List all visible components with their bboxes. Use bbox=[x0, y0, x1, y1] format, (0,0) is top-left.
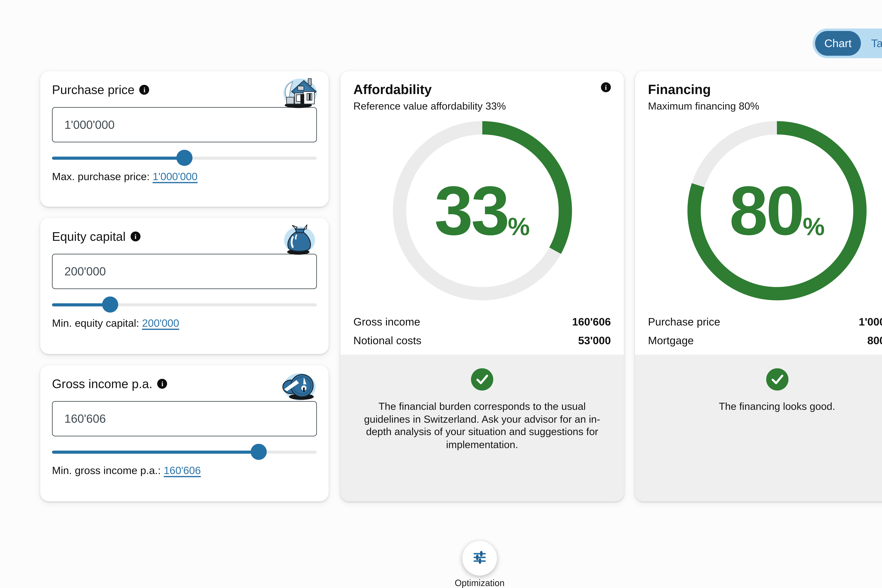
financing-percent-value: 80 bbox=[729, 176, 802, 245]
money-bag-icon bbox=[279, 224, 319, 257]
hint-label: Min. gross income p.a.: bbox=[52, 465, 161, 477]
mortgage-calculator-app: Chart Table Purchase price i bbox=[0, 0, 882, 588]
check-icon bbox=[766, 368, 788, 393]
financing-card: Financing Maximum financing 80% i 80 % bbox=[635, 71, 882, 501]
max-purchase-price-link[interactable]: 1'000'000 bbox=[153, 171, 198, 183]
row-label: Purchase price bbox=[648, 316, 720, 328]
optimization-button[interactable] bbox=[462, 541, 497, 576]
toggle-option-chart[interactable]: Chart bbox=[815, 31, 861, 56]
equity-capital-title: Equity capital bbox=[52, 230, 126, 244]
purchase-price-slider[interactable] bbox=[52, 150, 317, 166]
financing-subtitle: Maximum financing 80% bbox=[648, 100, 759, 112]
financing-gauge: 80 % bbox=[687, 121, 867, 301]
affordability-percent-value: 33 bbox=[435, 176, 508, 245]
affordability-title: Affordability bbox=[353, 82, 506, 98]
row-label: Notional costs bbox=[353, 334, 422, 347]
affordability-gauge: 33 % bbox=[392, 121, 572, 301]
equity-capital-input[interactable] bbox=[52, 254, 317, 289]
gross-income-row: Gross income 160'606 bbox=[353, 316, 611, 328]
row-label: Gross income bbox=[353, 316, 420, 328]
equity-capital-slider[interactable] bbox=[52, 297, 317, 313]
info-icon[interactable]: i bbox=[130, 231, 140, 242]
max-purchase-price-hint: Max. purchase price: 1'000'000 bbox=[52, 171, 317, 183]
slider-thumb[interactable] bbox=[102, 297, 118, 313]
row-value: 800'000 bbox=[867, 334, 882, 347]
min-equity-capital-hint: Min. equity capital: 200'000 bbox=[52, 318, 317, 330]
slider-fill bbox=[52, 450, 259, 453]
equity-capital-card: Equity capital i Min. bbox=[40, 218, 328, 354]
optimization-label[interactable]: Optimization bbox=[418, 578, 542, 588]
hint-label: Max. purchase price: bbox=[52, 171, 150, 183]
row-label: Mortgage bbox=[648, 334, 694, 347]
coin-icon bbox=[279, 371, 319, 404]
min-gross-income-hint: Min. gross income p.a.: 160'606 bbox=[52, 465, 317, 477]
purchase-price-title: Purchase price bbox=[52, 82, 135, 97]
chart-table-toggle: Chart Table bbox=[813, 28, 882, 58]
purchase-price-input[interactable] bbox=[52, 107, 317, 142]
tune-icon bbox=[471, 549, 488, 567]
affordability-subtitle: Reference value affordability 33% bbox=[353, 100, 506, 112]
info-icon[interactable]: i bbox=[140, 85, 149, 95]
info-icon[interactable]: i bbox=[601, 82, 611, 92]
purchase-price-card: Purchase price i bbox=[40, 71, 328, 207]
percent-sign: % bbox=[508, 213, 530, 241]
toggle-option-table[interactable]: Table bbox=[861, 37, 882, 50]
notional-costs-row: Notional costs 53'000 bbox=[353, 334, 611, 347]
row-value: 53'000 bbox=[578, 334, 611, 347]
gross-income-title: Gross income p.a. bbox=[52, 376, 152, 391]
min-gross-income-link[interactable]: 160'606 bbox=[164, 465, 201, 477]
hint-label: Min. equity capital: bbox=[52, 318, 139, 329]
row-value: 160'606 bbox=[572, 316, 611, 328]
affordability-card: Affordability Reference value affordabil… bbox=[340, 71, 624, 501]
percent-sign: % bbox=[802, 213, 825, 241]
purchase-price-row: Purchase price 1'000'000 bbox=[648, 316, 882, 328]
slider-fill bbox=[52, 303, 110, 306]
mortgage-row: Mortgage 800'000 bbox=[648, 334, 882, 347]
financing-title: Financing bbox=[648, 82, 759, 98]
slider-thumb[interactable] bbox=[250, 444, 267, 460]
gross-income-input[interactable] bbox=[52, 401, 317, 436]
slider-fill bbox=[52, 156, 184, 159]
slider-thumb[interactable] bbox=[176, 150, 192, 166]
affordability-status-text: The financial burden corresponds to the … bbox=[357, 400, 608, 451]
house-icon bbox=[279, 77, 319, 110]
check-icon bbox=[471, 368, 493, 393]
info-icon[interactable]: i bbox=[158, 379, 167, 388]
financing-status-text: The financing looks good. bbox=[719, 400, 835, 412]
min-equity-capital-link[interactable]: 200'000 bbox=[142, 318, 179, 329]
row-value: 1'000'000 bbox=[859, 316, 882, 328]
gross-income-slider[interactable] bbox=[52, 444, 317, 460]
gross-income-card: Gross income p.a. i bbox=[40, 365, 328, 501]
